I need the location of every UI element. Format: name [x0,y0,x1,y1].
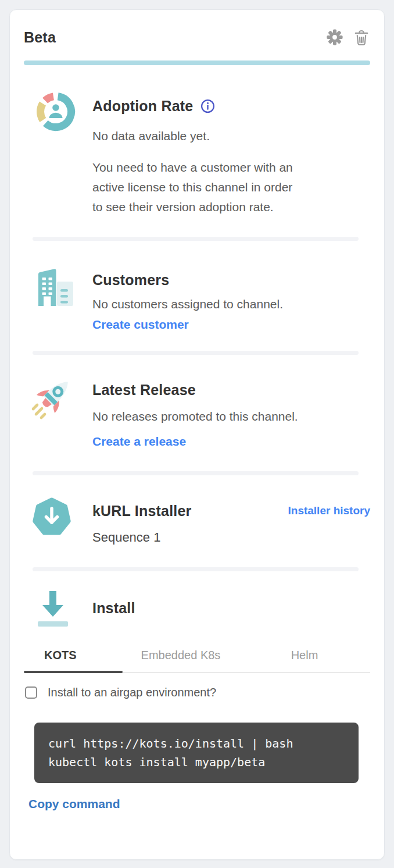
card-header: Beta [24,26,370,48]
section-install: Install [24,588,370,632]
tab-embedded-k8s[interactable]: Embedded K8s [123,646,239,672]
section-kurl-installer: kURL Installer Installer history Sequenc… [24,495,370,546]
adoption-empty-text: No data available yet. [92,127,370,145]
tab-kots[interactable]: KOTS [24,646,123,672]
code-line: curl https://kots.io/install | bash [48,734,345,753]
install-title: Install [92,598,370,618]
release-empty-text: No releases promoted to this channel. [92,408,370,425]
airgap-row: Install to an airgap environment? [24,686,370,699]
airgap-checkbox-label: Install to an airgap environment? [48,686,216,699]
channel-color-bar [24,61,370,65]
trash-icon [353,29,370,46]
install-command-code-block: curl https://kots.io/install | bash kube… [34,723,359,783]
divider [33,471,359,475]
channel-card: Beta [9,9,385,860]
info-icon[interactable] [200,98,216,114]
kurl-installer-title: kURL Installer [92,501,191,521]
download-arrow-icon [24,588,92,632]
create-release-link[interactable]: Create a release [92,435,186,449]
header-actions [327,29,370,46]
create-customer-link[interactable]: Create customer [92,318,189,332]
delete-channel-button[interactable] [353,29,370,46]
airgap-checkbox[interactable] [25,686,37,699]
channel-settings-button[interactable] [327,29,343,45]
code-line: kubectl kots install myapp/beta [48,753,345,771]
installer-history-link[interactable]: Installer history [288,504,371,517]
divider [33,567,359,571]
section-customers: Customers No customers assigned to chann… [24,263,370,332]
customers-title: Customers [92,270,370,290]
install-tabs: KOTS Embedded K8s Helm [24,646,370,673]
installer-sequence: Sequence 1 [92,529,370,546]
gear-icon [327,29,343,45]
copy-command-link[interactable]: Copy command [28,797,120,811]
adoption-rate-donut-icon [24,88,92,136]
customers-building-icon [24,263,92,313]
section-adoption-rate: Adoption Rate No data available yet. You… [24,88,370,217]
rocket-icon [24,373,92,423]
section-latest-release: Latest Release No releases promoted to t… [24,373,370,449]
tab-helm[interactable]: Helm [239,646,370,672]
kurl-heptagon-icon [24,495,92,539]
latest-release-title: Latest Release [92,380,370,400]
adoption-rate-title: Adoption Rate [92,96,193,116]
divider [33,237,359,241]
adoption-hint-text: You need to have a customer with an acti… [92,158,366,217]
channel-title: Beta [24,29,56,46]
divider [33,351,359,355]
customers-empty-text: No customers assigned to channel. [92,296,370,313]
